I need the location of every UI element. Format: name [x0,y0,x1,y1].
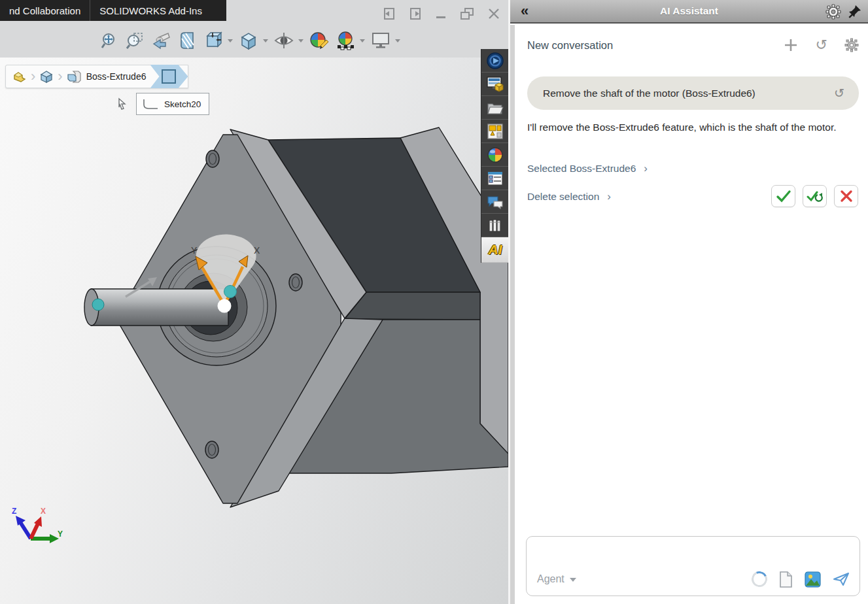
sketch-glyph-icon [142,97,159,110]
conversation-toolbar: New conversation ↺ [527,35,859,55]
zoom-to-fit-icon[interactable] [97,29,120,52]
panel-resize-gutter[interactable] [510,25,515,604]
previous-view-icon[interactable] [149,29,173,52]
solid-body-icon[interactable] [37,69,56,84]
tab-solidworks-addins[interactable]: SOLIDWORKS Add-Ins [90,0,211,21]
agent-mode-label: Agent [537,573,564,585]
sketch-icon [162,69,176,84]
panel-settings-icon[interactable] [825,3,842,20]
delete-selection-label[interactable]: Delete selection [527,191,599,203]
attach-image-icon[interactable] [805,571,821,588]
accept-button[interactable] [771,185,795,207]
chat-input-box[interactable]: Agent [526,536,860,596]
user-message-text: Remove the shaft of the motor (Boss-Extr… [543,88,755,99]
breadcrumb-separator: › [31,69,35,84]
triad-z-label: Z [12,507,16,516]
part-icon[interactable] [10,69,29,84]
attach-document-icon[interactable] [778,571,793,588]
dropdown-caret-icon[interactable] [228,39,233,42]
minimize-icon[interactable] [434,6,447,22]
mounting-hole[interactable] [205,441,218,458]
solidworks-window: Y X Z X Y nd Collaboration SOLIDWORKS Ad… [0,0,868,604]
sketch-callout-label: Sketch20 [164,99,201,109]
undo-message-icon[interactable]: ↺ [834,86,844,101]
view-settings-icon[interactable] [369,29,392,52]
motor-mid-band[interactable] [345,292,480,320]
check-repeat-icon [807,189,824,203]
document-window-controls [382,4,506,24]
chevron-right-icon: › [607,190,611,203]
breadcrumb-feature-label[interactable]: Boss-Extrude6 [86,71,147,82]
reference-triad: Z X Y [12,507,63,543]
tab-documentation[interactable] [481,214,509,237]
delete-selection-link[interactable]: Delete selection › [527,190,611,203]
axis-x-label: X [254,245,260,256]
send-icon[interactable] [832,571,850,588]
ai-assistant-panel: « AI Assistant New conversation ↺ Remove… [510,0,868,604]
ribbon-tabbar: nd Collaboration SOLIDWORKS Add-Ins [0,0,226,21]
ai-panel-header: « AI Assistant [510,0,868,24]
tab-view-palette[interactable] [481,120,509,143]
close-icon[interactable] [487,6,501,22]
pin-panel-icon[interactable] [847,3,863,20]
chevron-right-icon: › [644,162,648,175]
task-pane-strip: AI [481,49,508,263]
restore-icon[interactable] [459,6,475,22]
vertex-point[interactable] [224,286,237,298]
edit-appearance-icon[interactable] [307,29,331,52]
section-view-icon[interactable] [175,29,199,52]
tab-ai-assistant[interactable]: AI [481,237,509,263]
reject-button[interactable] [834,185,858,207]
tab-custom-properties[interactable] [481,167,509,190]
agent-mode-dropdown[interactable]: Agent [537,573,576,585]
dropdown-caret-icon[interactable] [263,39,268,42]
axis-y-label: Y [191,245,198,256]
sketch-callout: Sketch20 [116,93,209,115]
ai-panel-title: AI Assistant [510,5,868,17]
spinner-icon [750,569,770,590]
mounting-hole[interactable] [206,150,219,167]
tab-comments[interactable] [481,190,509,214]
user-message-bubble: Remove the shaft of the motor (Boss-Extr… [527,76,859,110]
tab-appearances-scenes[interactable] [481,143,509,167]
dropdown-caret-icon[interactable] [298,39,304,42]
settings-icon[interactable] [844,38,859,52]
origin-point[interactable] [218,299,232,313]
tab-solidworks-resources[interactable] [481,49,509,73]
hide-show-items-icon[interactable] [272,29,296,52]
dropdown-caret-icon[interactable] [395,39,400,42]
breadcrumb: › › Boss-Extrude6 [5,65,188,88]
triad-y-label: Y [58,529,63,539]
motor-shaft[interactable] [84,289,228,326]
action-buttons [771,185,858,207]
tab-design-library[interactable] [481,73,509,96]
ai-tab-label: AI [489,242,502,258]
selection-arrow-icon [116,97,131,111]
tab-file-explorer[interactable] [481,96,509,120]
dropdown-caret-icon[interactable] [360,39,365,42]
view-orientation-icon[interactable] [201,29,225,52]
display-style-icon[interactable] [237,29,260,52]
motor-model[interactable]: Y X Z X Y [0,0,508,604]
conversation-title: New conversation [527,39,613,52]
sketch-label-box[interactable]: Sketch20 [136,93,209,115]
history-icon[interactable]: ↺ [816,38,827,52]
heads-up-toolbar [97,29,404,52]
mounting-hole[interactable] [289,274,302,291]
apply-scene-icon[interactable] [334,29,357,52]
chevron-down-icon [570,578,576,582]
previous-window-icon[interactable] [382,6,396,22]
zoom-to-area-icon[interactable] [123,29,147,52]
tab-collaboration[interactable]: nd Collaboration [0,0,90,21]
selected-feature-label[interactable]: Selected Boss-Extrude6 [527,163,636,175]
new-conversation-icon[interactable] [783,37,799,53]
breadcrumb-active-sketch[interactable] [150,65,188,88]
selected-feature-link[interactable]: Selected Boss-Extrude6 › [527,162,648,175]
graphics-viewport[interactable]: Y X Z X Y nd Collaboration SOLIDWORKS Ad… [0,0,508,604]
triad-x-label: X [41,507,46,516]
boss-extrude-icon[interactable] [64,68,84,85]
check-icon [776,189,791,203]
x-icon [839,189,854,203]
accept-and-continue-button[interactable] [803,185,827,207]
next-window-icon[interactable] [408,6,423,22]
